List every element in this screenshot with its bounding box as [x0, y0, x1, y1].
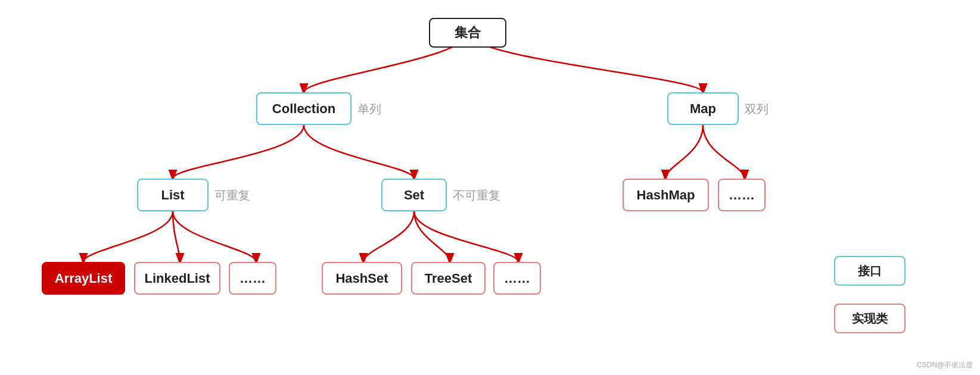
node-hashset: HashSet: [322, 262, 402, 295]
node-linkedlist: LinkedList: [134, 262, 220, 295]
node-set: Set: [381, 179, 447, 211]
node-dots1: ……: [229, 262, 276, 295]
node-collection: Collection: [256, 92, 351, 125]
node-arraylist: ArrayList: [42, 262, 125, 295]
node-dots2: ……: [493, 262, 541, 295]
watermark: CSDN@不依法度: [917, 360, 973, 370]
node-map: Map: [667, 92, 739, 125]
legend-interface-box: 接口: [834, 256, 906, 286]
node-list: List: [137, 179, 209, 211]
annotation-collection: 单列: [357, 101, 381, 117]
legend-interface-label: 接口: [858, 263, 882, 279]
annotation-set: 不可重复: [453, 188, 500, 204]
legend-impl-label: 实现类: [852, 311, 888, 327]
node-treeset: TreeSet: [411, 262, 486, 295]
node-root: 集合: [429, 18, 506, 48]
diagram-container: 集合 Collection Map List Set ArrayList Lin…: [0, 0, 980, 375]
annotation-list: 可重复: [214, 188, 250, 204]
node-dots3: ……: [718, 179, 766, 211]
node-hashmap: HashMap: [623, 179, 709, 211]
annotation-map: 双列: [745, 101, 769, 117]
legend-impl-box: 实现类: [834, 304, 906, 333]
